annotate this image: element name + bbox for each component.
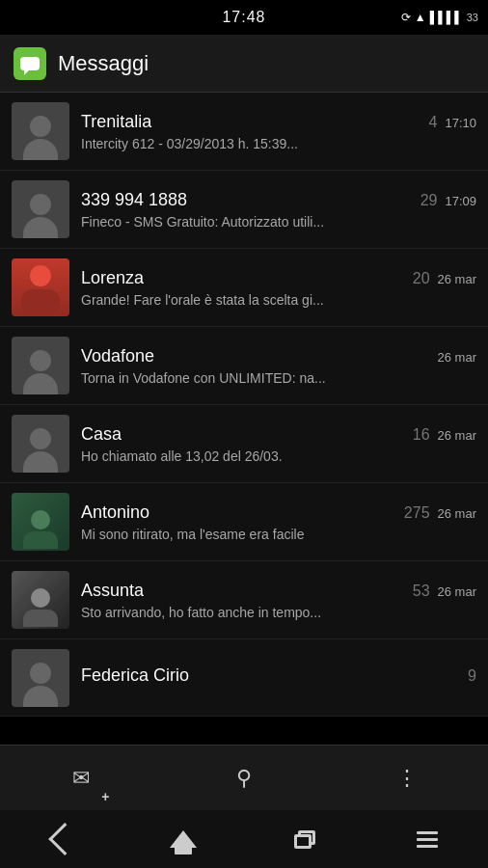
compose-button[interactable]: ✉ <box>57 754 105 802</box>
list-item[interactable]: Lorenza 20 26 mar Grande! Fare l'orale è… <box>0 249 488 327</box>
list-item[interactable]: Federica Cirio 9 <box>0 639 488 717</box>
compose-icon: ✉ <box>72 766 90 791</box>
message-preview: Mi sono ritirato, ma l'esame era facile <box>81 527 476 542</box>
signal-icon: ▌▌▌▌ <box>430 11 463 24</box>
message-preview: Ho chiamato alle 13,02 del 26/03. <box>81 448 476 464</box>
avatar <box>12 180 69 238</box>
message-header: Assunta 53 26 mar <box>81 581 476 601</box>
message-count: 53 <box>413 583 430 600</box>
message-count: 29 <box>420 192 438 209</box>
wifi-icon: ▲ <box>415 11 426 24</box>
recent-icon <box>294 830 315 848</box>
message-time: 26 mar <box>438 428 476 443</box>
message-content: Casa 16 26 mar Ho chiamato alle 13,02 de… <box>81 424 476 464</box>
message-preview: Intercity 612 - 03/29/2013 h. 15:39... <box>81 136 476 151</box>
app-bar: Messaggi <box>0 35 488 93</box>
avatar <box>12 649 69 707</box>
contact-name: Assunta <box>81 581 407 601</box>
back-button[interactable] <box>32 815 90 863</box>
status-icons: ⟳ ▲ ▌▌▌▌ 33 <box>401 11 478 24</box>
message-time: 26 mar <box>438 350 476 365</box>
more-button[interactable]: ⋮ <box>383 754 431 802</box>
app-icon <box>14 47 46 80</box>
avatar <box>12 493 69 551</box>
message-content: Assunta 53 26 mar Sto arrivando, ho fatt… <box>81 581 476 620</box>
message-time: 26 mar <box>438 272 476 286</box>
status-time: 17:48 <box>222 9 265 26</box>
message-header: Lorenza 20 26 mar <box>81 268 476 288</box>
message-preview: Torna in Vodafone con UNLIMITED: na... <box>81 370 476 386</box>
message-time: 26 mar <box>438 506 476 521</box>
nav-bar <box>0 810 488 868</box>
list-item[interactable]: Assunta 53 26 mar Sto arrivando, ho fatt… <box>0 561 488 639</box>
message-count: 9 <box>468 667 476 685</box>
message-content: 339 994 1888 29 17:09 Fineco - SMS Gratu… <box>81 190 476 230</box>
contact-name: 339 994 1888 <box>81 190 415 210</box>
search-icon: ⚲ <box>236 766 252 791</box>
list-item[interactable]: Trenitalia 4 17:10 Intercity 612 - 03/29… <box>0 93 488 171</box>
battery-icon: 33 <box>467 12 478 23</box>
message-header: Casa 16 26 mar <box>81 424 476 445</box>
message-count: 16 <box>413 426 430 444</box>
list-item[interactable]: 339 994 1888 29 17:09 Fineco - SMS Gratu… <box>0 171 488 249</box>
avatar <box>12 571 69 629</box>
message-time: 17:09 <box>445 194 476 208</box>
home-icon <box>170 830 197 848</box>
message-content: Antonino 275 26 mar Mi sono ritirato, ma… <box>81 502 476 542</box>
message-time: 17:10 <box>445 116 476 130</box>
message-content: Federica Cirio 9 <box>81 665 476 690</box>
message-list: Trenitalia 4 17:10 Intercity 612 - 03/29… <box>0 93 488 717</box>
search-button[interactable]: ⚲ <box>220 754 268 802</box>
message-preview: Sto arrivando, ho fatto anche in tempo..… <box>81 605 476 620</box>
home-button[interactable] <box>154 815 212 863</box>
message-content: Trenitalia 4 17:10 Intercity 612 - 03/29… <box>81 112 476 151</box>
bottom-toolbar: ✉ ⚲ ⋮ <box>0 745 488 810</box>
menu-icon <box>417 831 438 848</box>
list-item[interactable]: Antonino 275 26 mar Mi sono ritirato, ma… <box>0 483 488 561</box>
message-header: Antonino 275 26 mar <box>81 502 476 523</box>
message-header: 339 994 1888 29 17:09 <box>81 190 476 210</box>
list-item[interactable]: Casa 16 26 mar Ho chiamato alle 13,02 de… <box>0 405 488 483</box>
recent-button[interactable] <box>276 815 334 863</box>
message-content: Lorenza 20 26 mar Grande! Fare l'orale è… <box>81 268 476 308</box>
message-header: Vodafone 26 mar <box>81 346 476 366</box>
contact-name: Trenitalia <box>81 112 423 132</box>
avatar <box>12 102 69 160</box>
menu-button[interactable] <box>398 815 456 863</box>
message-header: Trenitalia 4 17:10 <box>81 112 476 132</box>
more-icon: ⋮ <box>396 766 418 791</box>
message-count: 4 <box>429 114 438 131</box>
message-count: 275 <box>404 504 430 522</box>
status-bar: 17:48 ⟳ ▲ ▌▌▌▌ 33 <box>0 0 488 35</box>
avatar <box>12 415 69 473</box>
message-preview: Grande! Fare l'orale è stata la scelta g… <box>81 292 476 308</box>
list-item[interactable]: Vodafone 26 mar Torna in Vodafone con UN… <box>0 327 488 405</box>
message-preview: Fineco - SMS Gratuito: Autorizzato utili… <box>81 214 476 230</box>
message-time: 26 mar <box>438 584 476 599</box>
contact-name: Lorenza <box>81 268 407 288</box>
bubble-icon <box>20 57 40 70</box>
message-header: Federica Cirio 9 <box>81 665 476 686</box>
app-title: Messaggi <box>58 51 149 76</box>
contact-name: Antonino <box>81 502 398 523</box>
contact-name: Federica Cirio <box>81 665 462 686</box>
avatar <box>12 258 69 316</box>
rotate-icon: ⟳ <box>401 11 411 24</box>
avatar <box>12 337 69 394</box>
contact-name: Casa <box>81 424 407 445</box>
message-content: Vodafone 26 mar Torna in Vodafone con UN… <box>81 346 476 386</box>
back-icon <box>49 823 82 855</box>
message-count: 20 <box>413 270 430 287</box>
contact-name: Vodafone <box>81 346 430 366</box>
